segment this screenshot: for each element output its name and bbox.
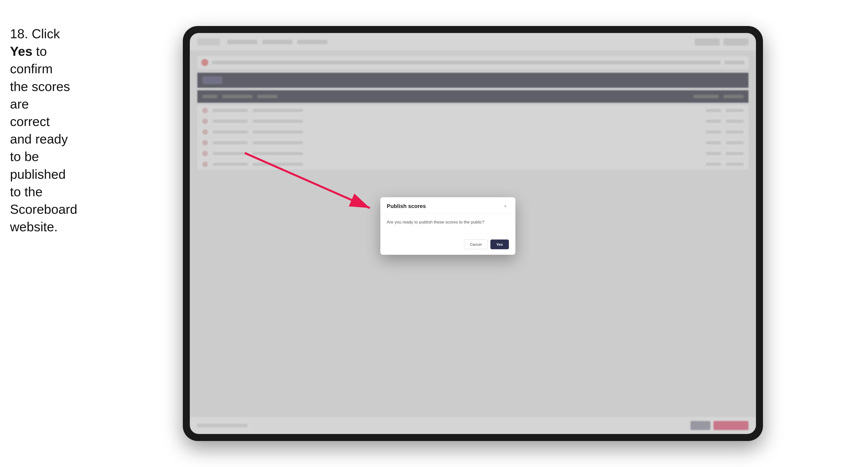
yes-button[interactable]: Yes — [490, 240, 509, 249]
modal-overlay: Publish scores × Are you ready to publis… — [190, 33, 756, 434]
tablet-frame: Publish scores × Are you ready to publis… — [183, 26, 763, 441]
publish-scores-dialog: Publish scores × Are you ready to publis… — [380, 197, 516, 255]
step-number: 18. — [10, 27, 28, 41]
tablet-screen: Publish scores × Are you ready to publis… — [190, 33, 756, 434]
modal-body: Are you ready to publish these scores to… — [380, 214, 516, 240]
instruction-text-part2: to confirm the scores are correct and re… — [10, 44, 77, 234]
close-icon[interactable]: × — [502, 203, 509, 210]
modal-footer: Cancel Yes — [380, 240, 516, 255]
cancel-button[interactable]: Cancel — [464, 240, 487, 249]
instruction-text-part1: Click — [28, 27, 60, 41]
instruction-text: 18. Click Yes to confirm the scores are … — [0, 15, 78, 246]
modal-message: Are you ready to publish these scores to… — [387, 219, 509, 225]
modal-title: Publish scores — [387, 203, 426, 210]
bold-word: Yes — [10, 44, 32, 59]
modal-header: Publish scores × — [380, 197, 516, 214]
tablet-wrapper: Publish scores × Are you ready to publis… — [78, 0, 868, 467]
